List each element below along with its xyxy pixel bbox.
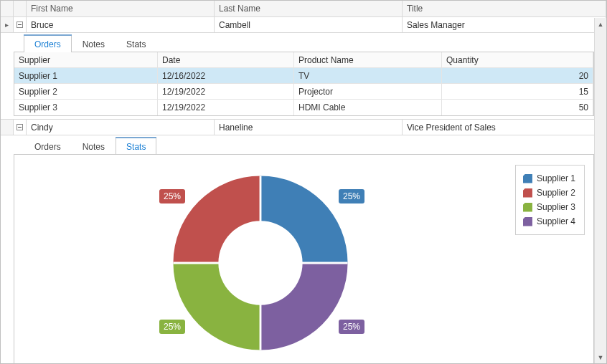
column-header-last-name[interactable]: Last Name <box>215 1 403 16</box>
vertical-scrollbar[interactable]: ▲ ▼ <box>594 18 606 363</box>
pct-label-supplier3: 25% <box>159 320 185 334</box>
legend-item-supplier2[interactable]: Supplier 2 <box>523 186 575 200</box>
cell-supplier: Supplier 2 <box>14 84 158 99</box>
legend-label: Supplier 4 <box>537 216 575 226</box>
tab-content-orders: Supplier Date Product Name Quantity Supp… <box>14 52 594 116</box>
pct-label-supplier2: 25% <box>159 189 185 203</box>
cell-qty: 15 <box>442 84 593 99</box>
legend-item-supplier4[interactable]: Supplier 4 <box>523 214 575 229</box>
slice-supplier3[interactable] <box>173 263 260 350</box>
row-indicator <box>1 120 14 135</box>
column-header-first-name[interactable]: First Name <box>27 1 215 16</box>
cell-qty: 50 <box>442 100 593 115</box>
legend-swatch-icon <box>523 217 532 226</box>
cell-last-name: Cambell <box>215 17 403 32</box>
orders-col-supplier[interactable]: Supplier <box>14 52 158 67</box>
cell-product: Projector <box>294 84 442 99</box>
legend-swatch-icon <box>523 174 532 183</box>
expand-header-spacer <box>14 1 27 16</box>
row-indicator-header <box>1 1 14 16</box>
grid-header-row: First Name Last Name Title <box>1 1 606 17</box>
tab-notes[interactable]: Notes <box>72 138 116 155</box>
tab-orders[interactable]: Orders <box>24 34 72 52</box>
legend-label: Supplier 2 <box>537 188 575 198</box>
orders-header-row: Supplier Date Product Name Quantity <box>14 52 593 68</box>
cell-date: 12/19/2022 <box>158 100 294 115</box>
scroll-up-button[interactable]: ▲ <box>595 18 606 30</box>
row-indicator: ▸ <box>1 17 14 32</box>
expand-toggle[interactable] <box>14 120 27 135</box>
legend-item-supplier1[interactable]: Supplier 1 <box>523 171 575 186</box>
orders-row[interactable]: Supplier 3 12/19/2022 HDMI Cable 50 <box>14 100 593 115</box>
cell-title: Sales Manager <box>403 17 606 32</box>
tab-content-stats: 25% 25% 25% 25% Supplier 1 Supplier 2 Su… <box>14 154 594 364</box>
cell-qty: 20 <box>442 68 593 83</box>
orders-row[interactable]: Supplier 1 12/16/2022 TV 20 <box>14 68 593 84</box>
column-header-title[interactable]: Title <box>403 1 606 16</box>
cell-product: TV <box>294 68 442 83</box>
cell-title: Vice President of Sales <box>403 120 606 135</box>
tab-stats[interactable]: Stats <box>116 35 156 52</box>
slice-supplier2[interactable] <box>173 176 260 263</box>
legend-item-supplier3[interactable]: Supplier 3 <box>523 200 575 214</box>
master-grid: First Name Last Name Title ▸ Bruce Cambe… <box>1 1 606 363</box>
legend-label: Supplier 1 <box>537 173 575 183</box>
tab-notes[interactable]: Notes <box>72 35 116 52</box>
tab-orders[interactable]: Orders <box>24 138 72 155</box>
slice-supplier4[interactable] <box>260 263 348 350</box>
chart-legend: Supplier 1 Supplier 2 Supplier 3 Supplie… <box>515 165 585 235</box>
cell-product: HDMI Cable <box>294 100 442 115</box>
grid-row-bruce[interactable]: ▸ Bruce Cambell Sales Manager <box>1 17 606 33</box>
donut-chart[interactable]: 25% 25% 25% 25% <box>158 161 363 364</box>
expand-toggle[interactable] <box>14 17 27 32</box>
orders-col-date[interactable]: Date <box>158 52 294 67</box>
tab-stats[interactable]: Stats <box>116 137 156 155</box>
cell-first-name: Bruce <box>27 17 215 32</box>
cell-supplier: Supplier 1 <box>14 68 158 83</box>
grid-row-cindy[interactable]: Cindy Haneline Vice President of Sales <box>1 120 606 135</box>
cell-last-name: Haneline <box>215 120 403 135</box>
cell-date: 12/19/2022 <box>158 84 294 99</box>
donut-svg <box>158 161 363 364</box>
tabs-cindy: Orders Notes Stats <box>14 135 594 154</box>
orders-row[interactable]: Supplier 2 12/19/2022 Projector 15 <box>14 84 593 100</box>
orders-col-product[interactable]: Product Name <box>294 52 442 67</box>
legend-swatch-icon <box>523 188 532 198</box>
tabs-bruce: Orders Notes Stats <box>14 33 594 52</box>
orders-col-qty[interactable]: Quantity <box>442 52 593 67</box>
minus-icon <box>17 124 23 130</box>
detail-panel-cindy: Orders Notes Stats 25% 25% 25% 2 <box>1 135 606 364</box>
pct-label-supplier1: 25% <box>339 189 364 203</box>
scroll-down-button[interactable]: ▼ <box>595 351 606 363</box>
slice-supplier1[interactable] <box>260 176 348 263</box>
cell-date: 12/16/2022 <box>158 68 294 83</box>
detail-panel-bruce: Orders Notes Stats Supplier Date Product… <box>1 33 606 120</box>
legend-label: Supplier 3 <box>537 202 575 212</box>
cell-supplier: Supplier 3 <box>14 100 158 115</box>
cell-first-name: Cindy <box>27 120 215 135</box>
minus-icon <box>17 21 23 28</box>
legend-swatch-icon <box>523 203 532 212</box>
pct-label-supplier4: 25% <box>339 320 364 334</box>
